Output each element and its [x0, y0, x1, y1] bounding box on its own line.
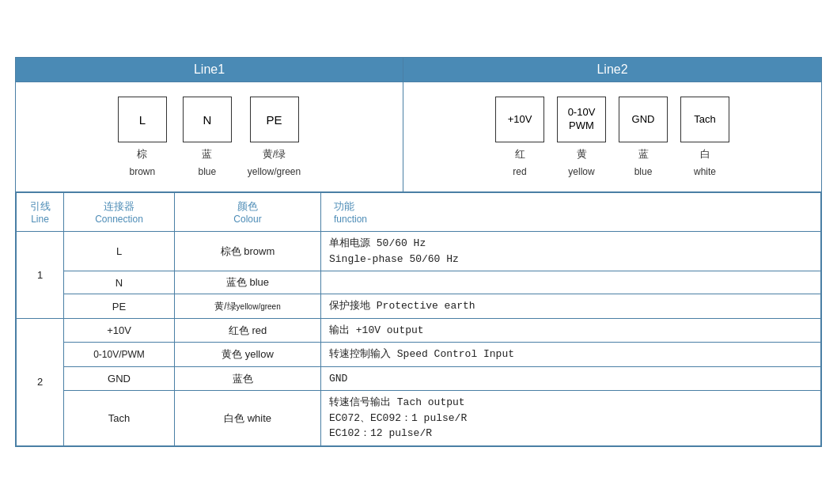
- main-container: Line1 Line2 L棕brownN蓝bluePE黄/绿yellow/gre…: [15, 57, 822, 447]
- connector-box: L: [118, 97, 167, 142]
- func-10v: 输出 +10V output: [321, 318, 821, 343]
- colour-pwm: 黄色 yellow: [175, 343, 321, 367]
- connector-item: +10V红red: [495, 97, 544, 177]
- connector-label-cn: 黄/绿: [263, 147, 286, 161]
- diagram-row: L棕brownN蓝bluePE黄/绿yellow/green +10V红red0…: [16, 82, 821, 192]
- line-num-2: 2: [17, 318, 64, 445]
- connector-label-en: red: [513, 166, 526, 177]
- colour-L: 棕色 browm: [175, 232, 321, 271]
- connector-label-en: brown: [129, 166, 155, 177]
- col-line-header: 引线 Line: [17, 193, 64, 232]
- colour-10v: 红色 red: [175, 318, 321, 343]
- table-row: N 蓝色 blue: [17, 271, 821, 294]
- table-row: Tach 白色 white 转速信号输出 Tach outputEC072、EC…: [17, 391, 821, 446]
- table-row: GND 蓝色 GND: [17, 366, 821, 391]
- col-function-header: 功能 function: [321, 193, 821, 232]
- func-pwm: 转速控制输入 Speed Control Input: [321, 343, 821, 367]
- conn-10v: +10V: [64, 318, 175, 343]
- connector-label-en: white: [694, 166, 716, 177]
- conn-PE: PE: [64, 294, 175, 319]
- connector-box: N: [183, 97, 232, 142]
- data-table: 引线 Line 连接器 Connection 颜色 Colour 功能: [16, 192, 821, 446]
- col-colour-header: 颜色 Colour: [175, 193, 321, 232]
- connector-item: GND蓝blue: [619, 97, 668, 177]
- table-row: 1 L 棕色 browm 单相电源 50/60 HzSingle-phase 5…: [17, 232, 821, 271]
- table-header-row: 引线 Line 连接器 Connection 颜色 Colour 功能: [17, 193, 821, 232]
- connector-label-en: yellow/green: [248, 166, 301, 177]
- connector-label-cn: 蓝: [638, 147, 649, 161]
- colour-PE: 黄/绿yellow/green: [175, 294, 321, 319]
- header-line1: Line1: [16, 58, 403, 81]
- line-num-1: 1: [17, 232, 64, 319]
- connector-label-cn: 黄: [577, 147, 587, 161]
- conn-pwm: 0-10V/PWM: [64, 343, 175, 367]
- header-row: Line1 Line2: [16, 58, 821, 82]
- connector-box: +10V: [495, 97, 544, 142]
- connector-label-en: yellow: [568, 166, 594, 177]
- connector-item: 0-10VPWM黄yellow: [557, 97, 606, 177]
- connector-box: PE: [250, 97, 299, 142]
- conn-gnd: GND: [64, 366, 175, 391]
- colour-N: 蓝色 blue: [175, 271, 321, 294]
- connector-box: Tach: [680, 97, 729, 142]
- col-connection-header: 连接器 Connection: [64, 193, 175, 232]
- func-L: 单相电源 50/60 HzSingle-phase 50/60 Hz: [321, 232, 821, 271]
- table-row: 2 +10V 红色 red 输出 +10V output: [17, 318, 821, 343]
- table-row: PE 黄/绿yellow/green 保护接地 Protective earth: [17, 294, 821, 319]
- conn-tach: Tach: [64, 391, 175, 446]
- connector-label-cn: 红: [515, 147, 525, 161]
- header-line2: Line2: [403, 58, 821, 81]
- connector-label-cn: 蓝: [202, 147, 212, 161]
- colour-tach: 白色 white: [175, 391, 321, 446]
- conn-L: L: [64, 232, 175, 271]
- colour-gnd: 蓝色: [175, 366, 321, 391]
- table-row: 0-10V/PWM 黄色 yellow 转速控制输入 Speed Control…: [17, 343, 821, 367]
- connector-item: N蓝blue: [183, 97, 232, 177]
- connector-item: Tach白white: [680, 97, 729, 177]
- func-gnd: GND: [321, 366, 821, 391]
- func-PE: 保护接地 Protective earth: [321, 294, 821, 319]
- diagram-line1: L棕brownN蓝bluePE黄/绿yellow/green: [16, 82, 403, 191]
- connector-box: 0-10VPWM: [557, 97, 606, 142]
- conn-N: N: [64, 271, 175, 294]
- connector-label-en: blue: [198, 166, 216, 177]
- func-N: [321, 271, 821, 294]
- connector-label-cn: 棕: [137, 147, 147, 161]
- diagram-line2: +10V红red0-10VPWM黄yellowGND蓝blueTach白whit…: [403, 82, 821, 191]
- func-tach: 转速信号输出 Tach outputEC072、EC092：1 pulse/RE…: [321, 391, 821, 446]
- connector-item: L棕brown: [118, 97, 167, 177]
- connector-box: GND: [619, 97, 668, 142]
- connector-item: PE黄/绿yellow/green: [248, 97, 301, 177]
- connector-label-en: blue: [634, 166, 653, 177]
- connector-label-cn: 白: [700, 147, 710, 161]
